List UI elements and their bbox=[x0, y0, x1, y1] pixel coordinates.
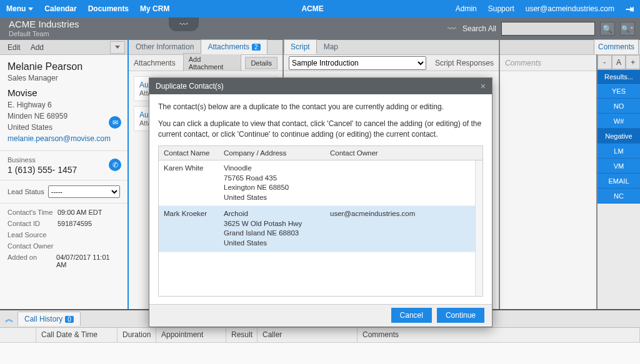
caret-down-icon bbox=[115, 46, 120, 49]
result-lm[interactable]: LM bbox=[598, 144, 640, 159]
add-button[interactable]: Add bbox=[26, 42, 49, 53]
dup-owner: user@acmeindustries.com bbox=[325, 206, 475, 251]
tab-comments[interactable]: Comments bbox=[594, 39, 639, 54]
col-company-address: Company / Address bbox=[219, 146, 325, 160]
nav-admin[interactable]: Admin bbox=[456, 4, 477, 13]
lead-status-label: Lead Status bbox=[8, 188, 44, 195]
contact-title: Sales Manager bbox=[8, 74, 120, 82]
duplicate-contacts-modal: Duplicate Contact(s) × The contact(s) be… bbox=[149, 77, 492, 327]
phone-type-label: Business bbox=[8, 156, 120, 164]
col-result[interactable]: Result bbox=[226, 328, 258, 342]
panel-collapse-handle[interactable]: 〰 bbox=[169, 17, 199, 31]
result-email[interactable]: EMAIL bbox=[598, 174, 640, 189]
result-no[interactable]: NO bbox=[598, 99, 640, 114]
font-reset-button[interactable]: A bbox=[612, 55, 626, 69]
col-caller[interactable]: Caller bbox=[258, 328, 358, 342]
dup-name: Karen White bbox=[159, 160, 219, 205]
meta-id-value: 591874595 bbox=[58, 220, 92, 231]
wave-icon: 〰 bbox=[179, 19, 188, 29]
results-header[interactable]: Results... bbox=[598, 70, 640, 84]
result-yes[interactable]: YES bbox=[598, 84, 640, 99]
add-attachment-button[interactable]: Add Attachment bbox=[183, 53, 242, 73]
exit-icon[interactable]: ⇥ bbox=[626, 3, 634, 15]
nav-user-email[interactable]: user@acmeindustries.com bbox=[526, 4, 614, 13]
call-action-button[interactable]: ✆ bbox=[109, 159, 121, 171]
modal-description-2: You can click a duplicate to view that c… bbox=[158, 119, 483, 140]
tab-attachments[interactable]: Attachments2 bbox=[201, 39, 267, 54]
contact-panel: Edit Add Melanie Pearson Sales Manager M… bbox=[0, 40, 129, 309]
team-name: Default Team bbox=[9, 30, 79, 38]
modal-close-button[interactable]: × bbox=[481, 81, 486, 91]
meta-time-value: 09:00 AM EDT bbox=[58, 209, 102, 220]
email-action-button[interactable]: ✉ bbox=[109, 116, 121, 129]
script-responses-label: Script Responses bbox=[435, 59, 494, 67]
attachments-header: Attachments bbox=[134, 59, 176, 67]
address-line-1: E. Highway 6 bbox=[8, 99, 120, 111]
dup-address: Archoid 3625 W Old Potash Hwy Grand Isla… bbox=[219, 206, 325, 251]
dup-address: Vinoodle 75765 Road 435 Lexington NE 688… bbox=[219, 160, 325, 205]
contact-name: Melanie Pearson bbox=[8, 61, 120, 72]
contact-email[interactable]: melanie.pearson@movise.com bbox=[8, 133, 120, 144]
font-decrease-button[interactable]: - bbox=[598, 55, 612, 69]
call-history-grid-header: Call Date & Time Duration Appointment Re… bbox=[0, 328, 640, 343]
nav-mycrm[interactable]: My CRM bbox=[140, 4, 169, 13]
col-contact-owner: Contact Owner bbox=[325, 146, 482, 160]
top-menu-bar: Menu Calendar Documents My CRM ACME Admi… bbox=[0, 0, 640, 17]
duplicates-table: Contact Name Company / Address Contact O… bbox=[158, 145, 483, 296]
col-comments[interactable]: Comments bbox=[358, 328, 640, 342]
app-title: ACME bbox=[301, 4, 323, 13]
result-negative[interactable]: Negative bbox=[598, 129, 640, 144]
dup-name: Mark Kroeker bbox=[159, 206, 219, 251]
font-increase-button[interactable]: + bbox=[626, 55, 640, 69]
wave-icon: 〰 bbox=[448, 24, 456, 34]
meta-time-label: Contact's Time bbox=[8, 209, 58, 220]
tab-call-history[interactable]: Call History0 bbox=[18, 312, 81, 326]
nav-calendar[interactable]: Calendar bbox=[44, 4, 76, 13]
attachments-count-badge: 2 bbox=[252, 44, 261, 51]
cancel-button[interactable]: Cancel bbox=[391, 308, 432, 323]
menu-dropdown[interactable]: Menu bbox=[6, 4, 33, 13]
search-icon: 🔍 bbox=[602, 24, 612, 34]
lead-status-select[interactable]: ----- bbox=[48, 185, 120, 198]
col-duration[interactable]: Duration bbox=[118, 328, 156, 342]
meta-owner-label: Contact Owner bbox=[8, 242, 58, 253]
tab-script[interactable]: Script bbox=[284, 39, 317, 54]
address-line-2: Minden NE 68959 bbox=[8, 111, 120, 122]
meta-id-label: Contact ID bbox=[8, 220, 58, 231]
search-scope-label[interactable]: Search All bbox=[462, 24, 496, 33]
table-scrollbar[interactable] bbox=[475, 160, 482, 295]
tab-map[interactable]: Map bbox=[317, 39, 345, 54]
attachment-details-button[interactable]: Details bbox=[245, 57, 278, 69]
contact-company: Movise bbox=[8, 87, 120, 98]
meta-added-value: 04/07/2017 11:01 AM bbox=[56, 253, 120, 265]
expand-up-icon[interactable]: ︽ bbox=[5, 313, 14, 325]
edit-button[interactable]: Edit bbox=[2, 42, 26, 53]
search-plus-icon: 🔍⁺ bbox=[621, 25, 634, 33]
call-history-grid-body bbox=[0, 343, 640, 364]
contact-meta: Contact's Time09:00 AM EDT Contact ID591… bbox=[0, 204, 128, 270]
phone-icon: ✆ bbox=[112, 161, 118, 169]
edit-dropdown[interactable] bbox=[110, 41, 125, 54]
caret-down-icon bbox=[28, 7, 33, 11]
address-country: United States bbox=[8, 122, 120, 133]
context-bar: ACME Industries Default Team 〰 〰 Search … bbox=[0, 17, 640, 40]
global-search-input[interactable] bbox=[501, 22, 595, 36]
search-button[interactable]: 🔍 bbox=[600, 22, 615, 36]
call-history-count-badge: 0 bbox=[65, 316, 74, 323]
nav-support[interactable]: Support bbox=[488, 4, 514, 13]
nav-documents[interactable]: Documents bbox=[88, 4, 129, 13]
result-vm[interactable]: VM bbox=[598, 159, 640, 174]
mail-icon: ✉ bbox=[112, 119, 118, 127]
duplicate-row[interactable]: Mark Kroeker Archoid 3625 W Old Potash H… bbox=[159, 206, 475, 252]
comments-column: Comments bbox=[500, 40, 596, 309]
col-appointment[interactable]: Appointment bbox=[156, 328, 226, 342]
result-nc[interactable]: NC bbox=[598, 189, 640, 204]
result-wrong-number[interactable]: W# bbox=[598, 114, 640, 129]
continue-button[interactable]: Continue bbox=[437, 308, 484, 323]
org-name: ACME Industries bbox=[9, 19, 79, 30]
col-date[interactable]: Call Date & Time bbox=[36, 328, 118, 342]
script-select[interactable]: Sample Introduction bbox=[289, 56, 426, 70]
tab-other-info[interactable]: Other Information bbox=[129, 39, 201, 54]
duplicate-row[interactable]: Karen White Vinoodle 75765 Road 435 Lexi… bbox=[159, 160, 475, 206]
advanced-search-button[interactable]: 🔍⁺ bbox=[620, 22, 635, 36]
